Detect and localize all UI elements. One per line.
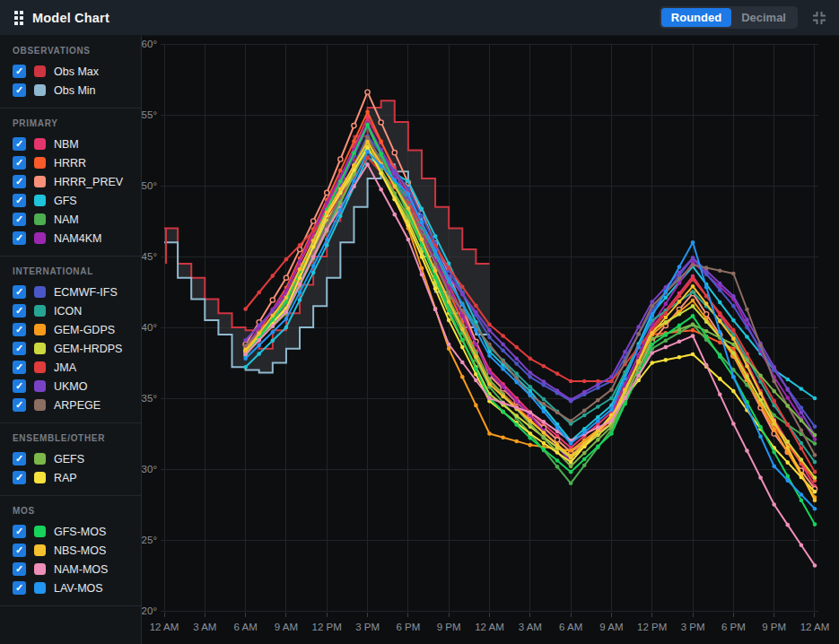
x-tick-label: 12 PM [312,622,342,632]
x-tick-label: 12 AM [475,622,504,632]
x-tick-label: 9 AM [275,622,298,632]
model-chart-window: Model Chart Rounded Decimal OBSERVATIONS… [0,0,839,644]
legend-item-gfs[interactable]: ✓GFS [0,191,141,210]
legend-item-gem-hrdps[interactable]: ✓GEM-HRDPS [0,339,141,358]
x-tick-label: 12 AM [150,622,179,632]
top-bar: Model Chart Rounded Decimal [0,0,839,36]
legend-item-icon[interactable]: ✓ICON [0,301,141,320]
legend-item-label: Obs Min [54,84,96,97]
y-tick-label: 55° [142,109,157,120]
legend-item-arpege[interactable]: ✓ARPEGE [0,396,141,414]
x-tick-label: 3 AM [519,622,542,632]
legend-item-label: NAM-MOS [54,563,108,576]
legend-group-ensemble-other: ENSEMBLE/OTHER✓GEFS✓RAP [0,422,141,495]
legend-item-label: NAM4KM [54,232,101,245]
legend-item-nam[interactable]: ✓NAM [0,210,141,229]
model-legend-sidebar: OBSERVATIONS✓Obs Max✓Obs MinPRIMARY✓NBM✓… [0,36,142,644]
content: OBSERVATIONS✓Obs Max✓Obs MinPRIMARY✓NBM✓… [0,36,839,644]
checkbox-ukmo[interactable]: ✓ [13,379,26,393]
checkbox-gfs-mos[interactable]: ✓ [13,525,26,538]
legend-item-nbs-mos[interactable]: ✓NBS-MOS [0,541,141,560]
checkbox-gefs[interactable]: ✓ [13,452,26,466]
legend-item-nam-mos[interactable]: ✓NAM-MOS [0,560,141,579]
checkbox-hrrr[interactable]: ✓ [13,156,26,170]
legend-group-primary: PRIMARY✓NBM✓HRRR✓HRRR_PREV✓GFS✓NAM✓NAM4K… [0,108,141,256]
legend-item-nbm[interactable]: ✓NBM [0,135,141,153]
units-toggle: Rounded Decimal [660,6,798,29]
toggle-rounded[interactable]: Rounded [661,8,731,27]
checkbox-nam-mos[interactable]: ✓ [13,562,26,576]
x-tick-label: 12 AM [800,622,830,632]
legend-item-label: GEM-GDPS [54,324,115,336]
legend-item-hrrr-prev[interactable]: ✓HRRR_PREV [0,172,141,191]
legend-item-label: GEM-HRDPS [54,343,122,355]
color-swatch [34,84,46,96]
color-swatch [34,213,46,225]
legend-item-label: NBS-MOS [54,544,106,557]
checkbox-nbm[interactable]: ✓ [13,137,26,151]
checkbox-obs-max[interactable]: ✓ [13,65,26,78]
y-tick-label: 35° [142,393,157,404]
checkbox-jma[interactable]: ✓ [13,361,26,374]
compress-icon[interactable] [812,11,826,25]
legend-item-rap[interactable]: ✓RAP [0,468,141,487]
legend-item-jma[interactable]: ✓JMA [0,358,141,377]
x-tick-label: 6 AM [234,622,258,632]
checkbox-arpege[interactable]: ✓ [13,398,26,412]
color-swatch [34,65,46,77]
x-tick-label: 9 PM [437,622,461,632]
page-title: Model Chart [32,11,109,25]
legend-item-label: ARPEGE [54,399,101,412]
y-tick-label: 45° [142,251,157,262]
checkbox-gem-gdps[interactable]: ✓ [13,323,26,336]
legend-item-gfs-mos[interactable]: ✓GFS-MOS [0,522,141,541]
legend-item-lav-mos[interactable]: ✓LAV-MOS [0,579,141,597]
x-tick-label: 3 PM [681,622,705,632]
color-swatch [34,157,46,169]
legend-item-label: GEFS [54,453,84,466]
color-swatch [34,380,46,392]
legend-item-label: GFS [54,195,77,207]
color-swatch [34,453,46,465]
x-tick-label: 3 PM [355,622,380,632]
legend-item-label: NAM [54,213,79,226]
x-tick-label: 9 PM [762,622,786,632]
checkbox-obs-min[interactable]: ✓ [13,83,26,97]
legend-item-obs-max[interactable]: ✓Obs Max [0,62,141,81]
temperature-chart[interactable]: 60°55°50°45°40°35°30°25°20°12 AM3 AM6 AM… [142,36,838,644]
legend-item-label: ECMWF-IFS [54,286,118,299]
legend-item-ecmwf-ifs[interactable]: ✓ECMWF-IFS [0,283,141,301]
checkbox-nam4km[interactable]: ✓ [13,231,26,245]
checkbox-rap[interactable]: ✓ [13,471,26,484]
checkbox-nbs-mos[interactable]: ✓ [13,544,26,557]
x-tick-label: 6 PM [721,622,746,632]
legend-item-nam4km[interactable]: ✓NAM4KM [0,229,141,248]
color-swatch [34,286,46,298]
color-swatch [34,232,46,244]
legend-item-hrrr[interactable]: ✓HRRR [0,153,141,172]
toggle-decimal[interactable]: Decimal [731,8,796,27]
legend-item-label: ICON [54,305,82,318]
legend-group-title: ENSEMBLE/OTHER [0,425,141,449]
legend-item-gem-gdps[interactable]: ✓GEM-GDPS [0,320,141,339]
legend-item-gefs[interactable]: ✓GEFS [0,449,141,468]
checkbox-ecmwf-ifs[interactable]: ✓ [13,285,26,299]
legend-item-label: HRRR [54,157,86,170]
checkbox-gfs[interactable]: ✓ [13,194,26,207]
color-swatch [34,305,46,317]
legend-item-label: HRRR_PREV [54,176,123,188]
legend-item-obs-min[interactable]: ✓Obs Min [0,81,141,100]
color-swatch [34,324,46,335]
chart-pane: 60°55°50°45°40°35°30°25°20°12 AM3 AM6 AM… [142,36,839,644]
color-swatch [34,582,46,594]
checkbox-nam[interactable]: ✓ [13,213,26,226]
legend-item-ukmo[interactable]: ✓UKMO [0,377,141,396]
checkbox-icon[interactable]: ✓ [13,304,26,318]
checkbox-gem-hrdps[interactable]: ✓ [13,342,26,355]
legend-item-label: NBM [54,138,79,151]
checkbox-hrrr-prev[interactable]: ✓ [13,175,26,188]
color-swatch [34,138,46,150]
y-tick-label: 50° [142,180,157,191]
checkbox-lav-mos[interactable]: ✓ [13,581,26,595]
grid-icon [14,11,23,25]
